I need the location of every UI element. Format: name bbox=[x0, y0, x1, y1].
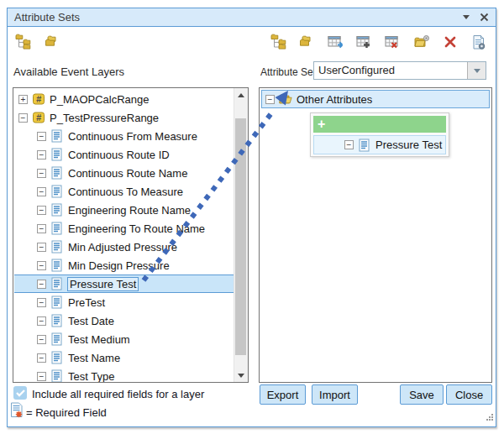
tree-item-label: Test Type bbox=[68, 370, 114, 383]
collapse-icon[interactable]: − bbox=[37, 169, 46, 178]
tree-item[interactable]: +#P_MAOPCalcRange bbox=[14, 90, 234, 108]
tree-item[interactable]: −Continuous To Measure bbox=[14, 182, 234, 201]
tree-item-label: Continuous Route Name bbox=[68, 167, 187, 180]
tree-item-label: Pressure Test bbox=[68, 278, 138, 290]
other-attributes-group[interactable]: − Other Attributes bbox=[261, 90, 490, 108]
tree-item-label: Continuous Route ID bbox=[68, 149, 170, 161]
export-button[interactable]: Export bbox=[260, 384, 306, 405]
tree-item-label: Engineering Route Name bbox=[68, 204, 191, 217]
collapse-icon[interactable]: − bbox=[37, 206, 46, 215]
required-field-icon bbox=[10, 402, 24, 421]
collapse-icon[interactable]: − bbox=[37, 132, 46, 141]
field-icon bbox=[50, 277, 64, 290]
event-layer-tree: +#P_MAOPCalcRange−#P_TestPressureRange−C… bbox=[14, 88, 234, 382]
collapse-icon[interactable]: − bbox=[37, 261, 46, 270]
tree-item[interactable]: −Continuous Route ID bbox=[14, 145, 234, 164]
field-icon bbox=[50, 369, 64, 382]
collapse-icon[interactable]: − bbox=[37, 243, 46, 252]
tree-item[interactable]: −Test Date bbox=[14, 311, 234, 330]
dropdown-button[interactable] bbox=[467, 62, 486, 79]
collapse-icon[interactable]: − bbox=[265, 95, 275, 104]
layer-icon: # bbox=[32, 111, 45, 124]
drag-preview: + − Pressure Test bbox=[310, 112, 449, 157]
title-bar[interactable]: Attribute Sets bbox=[8, 8, 496, 27]
vertical-scrollbar[interactable] bbox=[234, 88, 248, 382]
tree-item-label: P_TestPressureRange bbox=[50, 112, 159, 124]
collapse-icon[interactable]: − bbox=[37, 224, 46, 233]
scrollbar-thumb[interactable] bbox=[235, 118, 246, 355]
page-settings-icon[interactable] bbox=[470, 33, 488, 51]
open-folders-icon[interactable] bbox=[298, 33, 317, 51]
collapse-icon[interactable]: − bbox=[37, 353, 46, 363]
tree-item[interactable]: −Test Medium bbox=[14, 330, 234, 348]
dragged-item-label: Pressure Test bbox=[375, 139, 442, 151]
collapse-icon[interactable]: − bbox=[37, 316, 46, 326]
chevron-down-icon bbox=[474, 69, 480, 73]
expand-icon[interactable]: + bbox=[18, 95, 28, 104]
scroll-down-icon[interactable] bbox=[234, 369, 248, 382]
field-icon bbox=[50, 166, 64, 180]
collapse-icon[interactable]: − bbox=[18, 113, 28, 123]
collapse-icon[interactable]: − bbox=[37, 280, 46, 289]
include-required-fields-label: Include all required fields for a layer bbox=[32, 388, 204, 400]
open-folders-icon[interactable] bbox=[44, 33, 62, 51]
attribute-sets-dialog: Attribute Sets bbox=[7, 8, 496, 427]
close-icon[interactable] bbox=[480, 13, 489, 22]
tree-item[interactable]: −Test Type bbox=[14, 367, 234, 382]
tree-item[interactable]: −Engineering To Route Name bbox=[14, 219, 234, 238]
tree-item[interactable]: −#P_TestPressureRange bbox=[14, 108, 234, 127]
collapse-icon[interactable]: − bbox=[37, 372, 46, 381]
attribute-set-dropdown[interactable]: UserConfigured bbox=[313, 61, 486, 80]
tree-item[interactable]: −Continuous From Measure bbox=[14, 127, 234, 145]
attribute-set-label: Attribute Set: bbox=[260, 66, 318, 78]
resize-grip-icon[interactable] bbox=[486, 410, 494, 425]
event-layers-panel: +#P_MAOPCalcRange−#P_TestPressureRange−C… bbox=[13, 87, 249, 383]
drop-indicator: + bbox=[313, 116, 446, 133]
field-icon bbox=[358, 139, 371, 152]
collapse-icon[interactable]: − bbox=[37, 187, 46, 196]
tree-item[interactable]: −PreTest bbox=[14, 293, 234, 311]
tree-item[interactable]: −Test Name bbox=[14, 348, 234, 367]
field-icon bbox=[50, 314, 64, 327]
close-button[interactable]: Close bbox=[446, 384, 492, 405]
tree-item-label: Min Adjusted Pressure bbox=[68, 241, 177, 254]
tree-item-label: Continuous From Measure bbox=[68, 130, 197, 143]
attribute-set-value: UserConfigured bbox=[314, 62, 467, 79]
attribute-set-panel: − Other Attributes + − bbox=[259, 87, 492, 383]
required-field-legend: = Required Field bbox=[26, 406, 107, 419]
svg-text:#: # bbox=[36, 112, 42, 123]
table-export-icon[interactable] bbox=[327, 33, 345, 51]
toolbar-right-group bbox=[270, 33, 488, 51]
save-button[interactable]: Save bbox=[400, 384, 444, 405]
field-icon bbox=[50, 295, 64, 309]
collapse-icon[interactable]: − bbox=[37, 298, 46, 307]
layer-tree-icon[interactable] bbox=[14, 33, 33, 51]
checkmark-icon bbox=[16, 390, 25, 397]
new-folder-icon[interactable] bbox=[412, 33, 431, 51]
group-label: Other Attributes bbox=[297, 93, 372, 106]
tree-item[interactable]: −Continuous Route Name bbox=[14, 164, 234, 182]
include-required-fields-checkbox[interactable] bbox=[13, 386, 27, 400]
tree-item-label: Test Medium bbox=[68, 333, 130, 346]
collapse-dialog-icon[interactable] bbox=[463, 15, 470, 19]
scroll-up-icon[interactable] bbox=[234, 88, 248, 102]
tree-item[interactable]: −Engineering Route Name bbox=[14, 201, 234, 219]
tree-item[interactable]: −Pressure Test bbox=[14, 275, 234, 293]
tree-item[interactable]: −Min Adjusted Pressure bbox=[14, 238, 234, 256]
field-icon bbox=[50, 185, 64, 198]
toolbar bbox=[14, 33, 488, 51]
dragged-item: − Pressure Test bbox=[313, 135, 446, 154]
import-button[interactable]: Import bbox=[312, 384, 358, 405]
tree-item-label: Min Design Pressure bbox=[68, 259, 170, 272]
delete-x-icon[interactable] bbox=[441, 33, 459, 51]
attribute-tree-icon[interactable] bbox=[270, 33, 288, 51]
field-icon bbox=[50, 148, 64, 161]
tree-item-label: PreTest bbox=[68, 296, 105, 309]
window-title: Attribute Sets bbox=[14, 11, 80, 24]
collapse-icon[interactable]: − bbox=[37, 150, 46, 159]
table-remove-icon[interactable] bbox=[384, 33, 402, 51]
collapse-icon[interactable]: − bbox=[37, 335, 46, 344]
tree-item[interactable]: −Min Design Pressure bbox=[14, 256, 234, 275]
svg-text:#: # bbox=[36, 94, 42, 104]
table-add-icon[interactable] bbox=[355, 33, 374, 51]
